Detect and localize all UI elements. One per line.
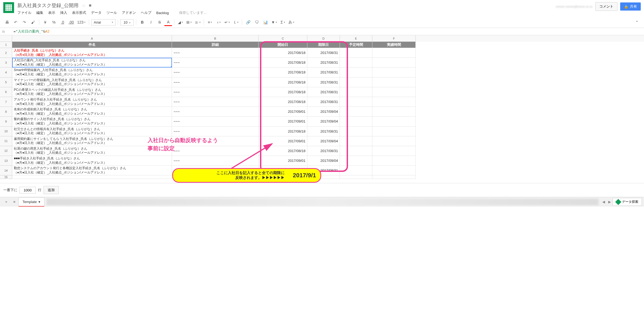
cell[interactable] bbox=[340, 87, 372, 97]
cell[interactable]: ~~~ bbox=[172, 127, 259, 136]
menu-tools[interactable]: ツール bbox=[106, 10, 117, 15]
row-header[interactable]: 6 bbox=[0, 87, 12, 97]
cell[interactable]: 2017/08/31 bbox=[307, 87, 340, 97]
add-sheet-icon[interactable]: + bbox=[2, 198, 10, 206]
header-start-date[interactable]: 開始日 bbox=[259, 42, 307, 48]
horizontal-align-icon[interactable]: ≡▾ bbox=[206, 18, 214, 26]
cell[interactable] bbox=[340, 156, 372, 166]
strikethrough-icon[interactable]: S bbox=[156, 18, 163, 26]
cell[interactable] bbox=[340, 146, 372, 156]
all-sheets-icon[interactable]: ≡ bbox=[10, 198, 18, 206]
cell-subject[interactable]: 勤怠システムのアカウント発行と各種設定入社手続き_氏名（ふりがな）さん（●月●日… bbox=[12, 166, 172, 175]
row-header[interactable]: 9 bbox=[0, 117, 12, 126]
formula-content[interactable]: ="入社日の案内_"&A2 bbox=[14, 29, 50, 34]
italic-icon[interactable]: I bbox=[147, 18, 155, 26]
row-header[interactable]: 4 bbox=[0, 68, 12, 77]
sheets-logo[interactable] bbox=[3, 2, 14, 13]
cell[interactable] bbox=[372, 166, 416, 175]
cell[interactable]: 2017/09/01 bbox=[259, 117, 307, 126]
cell-subject[interactable]: アカウント発行手続き入社手続き_氏名（ふりがな）さん（●月●日入社（確定）_入社… bbox=[12, 97, 172, 107]
cell-subject[interactable]: PCの希望スペックの確認入社手続き_氏名（ふりがな）さん（●月●日入社（確定）_… bbox=[12, 87, 172, 97]
menu-help[interactable]: ヘルプ bbox=[141, 10, 151, 15]
cell[interactable] bbox=[372, 117, 416, 126]
row-header[interactable]: 14 bbox=[0, 166, 12, 175]
cell[interactable] bbox=[372, 97, 416, 107]
font-size-select[interactable]: 10 ▾ bbox=[120, 19, 134, 25]
header-detail[interactable]: 詳細 bbox=[172, 42, 259, 48]
cell[interactable] bbox=[340, 117, 372, 126]
cell-subject[interactable] bbox=[12, 175, 172, 179]
cell[interactable]: 2017/08/18 bbox=[259, 97, 307, 107]
cell[interactable] bbox=[372, 156, 416, 166]
cell[interactable] bbox=[340, 175, 372, 179]
input-tools-icon[interactable]: あ▾ bbox=[288, 18, 295, 26]
cell[interactable]: 2017/09/04 bbox=[307, 117, 340, 126]
cell[interactable]: 2017/08/31 bbox=[307, 146, 340, 156]
row-header[interactable]: 2 bbox=[0, 48, 12, 58]
cell[interactable] bbox=[372, 127, 416, 136]
cell[interactable] bbox=[340, 166, 372, 175]
scroll-tabs-right-icon[interactable]: ▶ bbox=[607, 200, 613, 204]
cell[interactable]: 2017/08/31 bbox=[307, 78, 340, 87]
header-actual[interactable]: 実績時間 bbox=[372, 42, 416, 48]
row-header[interactable]: 7 bbox=[0, 97, 12, 107]
header-due-date[interactable]: 期限日 bbox=[307, 42, 340, 48]
cell[interactable] bbox=[372, 136, 416, 146]
fill-color-icon[interactable]: ◢▾ bbox=[177, 18, 184, 26]
cell[interactable]: 2017/08/18 bbox=[259, 68, 307, 77]
paint-format-icon[interactable]: 🖌 bbox=[29, 18, 37, 26]
row-header[interactable]: 5 bbox=[0, 78, 12, 87]
menu-format[interactable]: 表示形式 bbox=[72, 10, 86, 15]
text-rotation-icon[interactable]: ⤹▾ bbox=[232, 18, 240, 26]
tab-dropdown-icon[interactable]: ▾ bbox=[38, 200, 40, 204]
text-wrap-icon[interactable]: ↵▾ bbox=[223, 18, 231, 26]
cell-subject[interactable]: 入社日の案内_入社手続き_氏名（ふりがな）さん（●月●日入社（確定）_入社拠点_… bbox=[12, 58, 172, 68]
cell[interactable]: ~~~ bbox=[172, 78, 259, 87]
cell-subject[interactable]: 誓約書類のサイン入社手続き_氏名（ふりがな）さん（●月●日入社（確定）_入社拠点… bbox=[12, 117, 172, 126]
menu-addons[interactable]: アドオン bbox=[122, 10, 136, 15]
explore-button[interactable]: データ探索 bbox=[613, 198, 642, 206]
cell[interactable] bbox=[340, 107, 372, 117]
increase-decimal[interactable]: .00 bbox=[67, 18, 75, 26]
row-header[interactable]: 12 bbox=[0, 146, 12, 156]
cell-subject[interactable]: 入社手続き_氏名（ふりがな）さん（●月●日入社（確定）_入社拠点_ポジション/メ… bbox=[12, 48, 172, 58]
borders-icon[interactable]: ⊞▾ bbox=[185, 18, 193, 26]
currency-yen[interactable]: ¥ bbox=[41, 18, 49, 26]
menu-insert[interactable]: 挿入 bbox=[60, 10, 67, 15]
row-header[interactable]: 8 bbox=[0, 107, 12, 117]
cell[interactable] bbox=[340, 97, 372, 107]
cell[interactable]: ~~~ bbox=[172, 117, 259, 126]
cell[interactable]: 2017/08/31 bbox=[307, 97, 340, 107]
insert-chart-icon[interactable]: 📊 bbox=[262, 18, 269, 26]
cell[interactable] bbox=[372, 87, 416, 97]
add-rows-button[interactable]: 追加 bbox=[44, 186, 59, 194]
bold-icon[interactable]: B bbox=[138, 18, 146, 26]
cell[interactable]: 2017/08/31 bbox=[307, 48, 340, 58]
cell[interactable] bbox=[340, 68, 372, 77]
row-header[interactable]: 10 bbox=[0, 127, 12, 136]
cell[interactable] bbox=[372, 78, 416, 87]
functions-icon[interactable]: Σ▾ bbox=[279, 18, 287, 26]
select-all-corner[interactable] bbox=[0, 35, 12, 42]
cell[interactable] bbox=[340, 48, 372, 58]
cell[interactable]: 2017/08/31 bbox=[307, 68, 340, 77]
cell[interactable] bbox=[372, 146, 416, 156]
cell[interactable]: ~~~ bbox=[172, 68, 259, 77]
cell[interactable]: 2017/08/18 bbox=[259, 48, 307, 58]
cell[interactable]: 2017/08/31 bbox=[307, 127, 340, 136]
cell-subject[interactable]: 名刺の作成依頼入社手続き_氏名（ふりがな）さん（●月●日入社（確定）_入社拠点_… bbox=[12, 107, 172, 117]
row-header-1[interactable]: 1 bbox=[0, 42, 12, 48]
redo-icon[interactable]: ↷ bbox=[21, 18, 28, 26]
row-header[interactable]: 13 bbox=[0, 156, 12, 166]
cell[interactable] bbox=[372, 58, 416, 68]
col-header-a[interactable]: A bbox=[12, 35, 172, 42]
folder-icon[interactable]: ■ bbox=[89, 3, 92, 8]
text-color-icon[interactable]: A bbox=[164, 18, 172, 26]
cell[interactable]: ~~~ bbox=[172, 107, 259, 117]
cell[interactable] bbox=[372, 48, 416, 58]
cell[interactable]: 2017/09/04 bbox=[307, 136, 340, 146]
font-family-select[interactable]: Arial▾ bbox=[91, 19, 116, 25]
cell[interactable]: ~~~ bbox=[172, 48, 259, 58]
header-subject[interactable]: 件名 bbox=[12, 42, 172, 48]
undo-icon[interactable]: ↶ bbox=[12, 18, 19, 26]
